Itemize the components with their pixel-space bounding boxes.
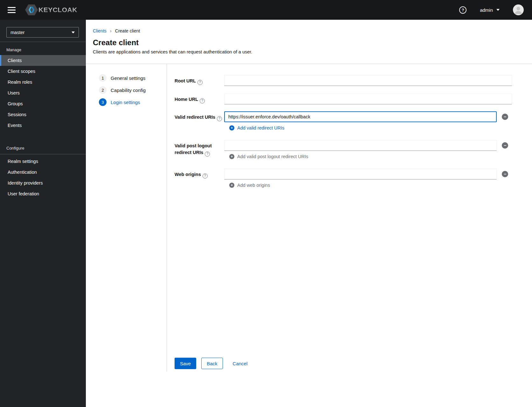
valid-redirect-uris-label: Valid redirect URIs?	[175, 111, 224, 130]
root-url-label: Root URL?	[175, 75, 224, 86]
chevron-down-icon	[496, 9, 500, 11]
login-settings-form: Root URL? Home URL? Vali	[167, 64, 532, 407]
remove-web-origin-button[interactable]: −	[502, 171, 508, 177]
help-icon[interactable]: ?	[205, 151, 210, 157]
brand-text: KEYCLOAK	[38, 6, 77, 14]
wizard-step-capability-config[interactable]: 2 Capability config	[99, 86, 167, 94]
sidebar-item-client-scopes[interactable]: Client scopes	[0, 66, 86, 77]
post-logout-redirect-uris-label: Valid post logout redirect URIs?	[175, 140, 224, 159]
form-row-valid-redirect-uris: Valid redirect URIs? − + Add valid redir…	[175, 111, 512, 130]
add-web-origins-button[interactable]: + Add web origins	[229, 183, 270, 188]
sidebar-item-sessions[interactable]: Sessions	[0, 109, 86, 120]
nav-group-title: Manage	[0, 42, 86, 55]
divider	[0, 154, 86, 154]
masthead: KEYCLOAK ? admin	[0, 0, 532, 20]
realm-name: master	[10, 30, 24, 35]
sidebar-item-events[interactable]: Events	[0, 120, 86, 131]
main-content: Clients › Create client Create client Cl…	[86, 20, 532, 407]
nav-group-manage: Manage Clients Client scopes Realm roles…	[0, 42, 86, 131]
sidebar-item-authentication[interactable]: Authentication	[0, 167, 86, 178]
help-icon[interactable]: ?	[200, 98, 205, 103]
add-valid-redirect-uri-button[interactable]: + Add valid redirect URIs	[229, 125, 284, 130]
save-button[interactable]: Save	[175, 358, 196, 369]
sidebar-item-users[interactable]: Users	[0, 88, 86, 98]
breadcrumb-current: Create client	[115, 28, 140, 33]
web-origins-label: Web origins?	[175, 169, 224, 188]
step-label: Capability config	[111, 88, 146, 93]
sidebar-item-realm-roles[interactable]: Realm roles	[0, 77, 86, 88]
plus-circle-icon: +	[229, 183, 234, 188]
breadcrumb: Clients › Create client	[93, 28, 512, 33]
step-label: General settings	[111, 75, 145, 81]
root-url-input[interactable]	[224, 75, 512, 86]
plus-circle-icon: +	[229, 125, 234, 130]
username: admin	[480, 7, 493, 13]
step-label: Login settings	[111, 100, 140, 105]
back-button[interactable]: Back	[201, 358, 223, 369]
wizard-step-general-settings[interactable]: 1 General settings	[99, 74, 167, 82]
web-origins-input[interactable]	[224, 169, 497, 179]
help-icon[interactable]: ?	[203, 173, 208, 179]
sidebar: master Manage Clients Client scopes Real…	[0, 20, 86, 407]
wizard-step-login-settings[interactable]: 3 Login settings	[99, 98, 167, 106]
plus-circle-icon: +	[229, 154, 234, 159]
breadcrumb-link-clients[interactable]: Clients	[93, 28, 107, 33]
chevron-down-icon	[72, 32, 75, 33]
remove-redirect-uri-button[interactable]: −	[502, 114, 508, 120]
chevron-right-icon: ›	[110, 28, 112, 33]
form-actions: Save Back Cancel	[175, 358, 247, 369]
form-row-web-origins: Web origins? − + Add web origins	[175, 169, 512, 188]
page-title: Create client	[93, 38, 512, 47]
step-number: 3	[99, 98, 107, 106]
post-logout-redirect-uri-input[interactable]	[224, 140, 497, 151]
form-row-root-url: Root URL?	[175, 75, 512, 86]
nav-group-title: Configure	[0, 140, 86, 153]
keycloak-brand: KEYCLOAK	[25, 4, 77, 15]
page-header: Clients › Create client Create client Cl…	[86, 20, 532, 64]
page-description: Clients are applications and services th…	[93, 49, 512, 54]
realm-selector-wrap: master	[0, 20, 86, 42]
form-row-post-logout-redirect-uris: Valid post logout redirect URIs? − + Add…	[175, 140, 512, 159]
remove-post-logout-uri-button[interactable]: −	[502, 142, 508, 149]
hamburger-menu-icon[interactable]	[6, 4, 17, 16]
avatar[interactable]	[513, 4, 524, 15]
user-menu[interactable]: admin	[480, 7, 500, 13]
help-icon[interactable]: ?	[197, 80, 203, 85]
sidebar-item-clients[interactable]: Clients	[0, 55, 86, 66]
help-icon[interactable]: ?	[217, 116, 222, 121]
sidebar-item-identity-providers[interactable]: Identity providers	[0, 178, 86, 188]
keycloak-logo-icon	[25, 4, 38, 15]
step-number: 1	[99, 74, 107, 82]
realm-selector[interactable]: master	[6, 27, 79, 38]
help-icon[interactable]: ?	[459, 6, 466, 14]
cancel-button[interactable]: Cancel	[233, 358, 248, 369]
sidebar-item-realm-settings[interactable]: Realm settings	[0, 156, 86, 167]
step-number: 2	[99, 86, 107, 94]
home-url-label: Home URL?	[175, 94, 224, 104]
wizard-nav: 1 General settings 2 Capability config 3…	[86, 64, 167, 372]
home-url-input[interactable]	[224, 94, 512, 104]
form-row-home-url: Home URL?	[175, 94, 512, 104]
person-icon	[513, 4, 524, 15]
valid-redirect-uri-input[interactable]	[224, 111, 497, 122]
add-post-logout-redirect-uri-button[interactable]: + Add valid post logout redirect URIs	[229, 154, 308, 159]
nav-group-configure: Configure Realm settings Authentication …	[0, 140, 86, 199]
sidebar-item-groups[interactable]: Groups	[0, 98, 86, 109]
sidebar-item-user-federation[interactable]: User federation	[0, 188, 86, 199]
